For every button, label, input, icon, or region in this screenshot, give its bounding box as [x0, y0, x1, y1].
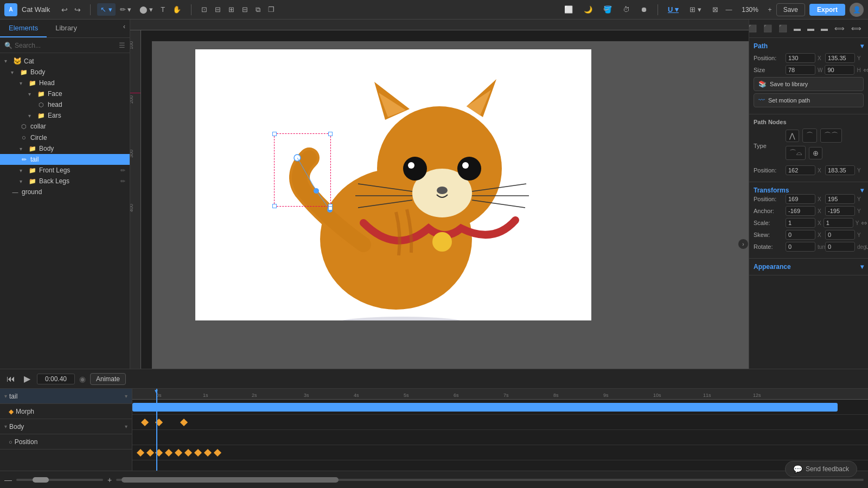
- position-x-input[interactable]: [786, 53, 815, 63]
- tree-item-tail[interactable]: ✏ tail: [0, 154, 130, 165]
- distribute-h-btn[interactable]: ⟺: [832, 23, 847, 34]
- scale-x-input[interactable]: [786, 218, 815, 228]
- link-size-button[interactable]: ⇔: [863, 66, 868, 74]
- skew-x-input[interactable]: [786, 230, 815, 240]
- pos-kf-1[interactable]: [137, 449, 144, 457]
- rotate-deg-input[interactable]: [825, 242, 855, 252]
- node-pos-x-input[interactable]: [786, 165, 815, 175]
- shape-tool[interactable]: ⬤ ▾: [136, 3, 157, 16]
- pos-kf-6[interactable]: [184, 449, 192, 457]
- fit-tool[interactable]: ⊞: [225, 3, 238, 16]
- search-input[interactable]: [15, 42, 117, 49]
- appearance-tool[interactable]: 🌙: [580, 3, 596, 16]
- node-pos-y-input[interactable]: [825, 165, 855, 175]
- aspect-tool[interactable]: ⊠: [709, 3, 722, 16]
- pos-kf-7[interactable]: [194, 449, 202, 457]
- crop-tool[interactable]: ⊟: [239, 3, 251, 16]
- redo-button[interactable]: ↪: [72, 4, 84, 16]
- export-button[interactable]: Export: [809, 4, 845, 16]
- appearance-section-title[interactable]: Appearance ▾: [754, 263, 864, 271]
- handle-bottom-right[interactable]: [328, 206, 333, 210]
- tail-animation-bar[interactable]: [132, 403, 838, 412]
- track-header-body[interactable]: ▾ Body ▾: [0, 419, 132, 434]
- collapse-panel-button[interactable]: ‹: [119, 20, 130, 37]
- pos-kf-8[interactable]: [204, 449, 212, 457]
- group-tool[interactable]: ❐: [265, 3, 278, 16]
- track-header-tail[interactable]: ▾ tail ▾: [0, 389, 132, 404]
- path-section-title[interactable]: Path ▾: [754, 42, 864, 50]
- track-sub-morph[interactable]: ◆ Morph: [0, 404, 132, 419]
- anchor-y-input[interactable]: [825, 206, 855, 216]
- pos-kf-5[interactable]: [175, 449, 182, 457]
- tree-item-ears[interactable]: ▾ 📁 Ears: [0, 110, 130, 121]
- rotate-val-input[interactable]: [786, 242, 815, 252]
- align-center-tool[interactable]: ⊟: [212, 3, 224, 16]
- rotate-reset-button[interactable]: ↺: [865, 242, 868, 251]
- tree-item-frontlegs[interactable]: ▾ 📁 Front Legs ✏: [0, 165, 130, 176]
- timeline-time-input[interactable]: [37, 374, 75, 384]
- align-right-btn[interactable]: ⬛: [776, 23, 789, 34]
- user-avatar[interactable]: 👤: [850, 3, 864, 17]
- node-type-symmetrical[interactable]: ⌒⌒: [820, 129, 842, 143]
- tree-item-face[interactable]: ▾ 📁 Face: [0, 88, 130, 99]
- body-track-expand[interactable]: ▾: [125, 423, 127, 429]
- undo-button[interactable]: ↩: [59, 4, 71, 16]
- node-split-join[interactable]: ⊕: [809, 147, 822, 159]
- morph-keyframe-add[interactable]: ◆: [9, 408, 14, 415]
- size-h-input[interactable]: [825, 65, 854, 75]
- link-scale-button[interactable]: ⇔: [861, 219, 867, 227]
- timeline-skip-start-button[interactable]: ⏮: [4, 373, 17, 385]
- size-w-input[interactable]: [786, 65, 815, 75]
- skew-y-input[interactable]: [825, 230, 855, 240]
- time-tool[interactable]: ⏱: [620, 3, 633, 16]
- extra-tool[interactable]: ⏺: [637, 3, 651, 16]
- morph-kf-3[interactable]: [180, 419, 188, 426]
- align-left-btn[interactable]: ⬛: [749, 23, 759, 34]
- send-feedback-button[interactable]: 💬 Send feedback: [785, 461, 857, 477]
- keyframe-tool[interactable]: ⬜: [561, 3, 576, 16]
- list-view-icon[interactable]: ☰: [119, 41, 125, 49]
- tab-library[interactable]: Library: [47, 20, 86, 37]
- pen-tool[interactable]: ✏ ▾: [117, 3, 135, 16]
- tab-elements[interactable]: Elements: [0, 20, 47, 37]
- path-tool[interactable]: ⧉: [252, 3, 264, 16]
- tree-item-head-shape[interactable]: ⬡ head: [0, 99, 130, 110]
- align-left-tool[interactable]: ⊡: [198, 3, 210, 16]
- tree-item-backlegs[interactable]: ▾ 📁 Back Legs ✏: [0, 176, 130, 187]
- canvas-background[interactable]: [152, 41, 749, 369]
- save-button[interactable]: Save: [776, 3, 805, 16]
- grid-tool[interactable]: ⊞ ▾: [686, 3, 705, 16]
- pos-kf-9[interactable]: [214, 449, 221, 457]
- node-type-smooth[interactable]: ⌒: [802, 129, 817, 143]
- tail-track-expand[interactable]: ▾: [125, 393, 127, 399]
- transforms-pos-y-input[interactable]: [825, 194, 855, 204]
- align-center-v-btn[interactable]: ▬: [805, 23, 816, 34]
- stamp-icon[interactable]: ◉: [79, 375, 86, 383]
- track-sub-position[interactable]: ○ Position: [0, 434, 132, 450]
- tree-item-body2[interactable]: ▾ 📁 Body: [0, 143, 130, 154]
- tree-item-head[interactable]: ▾ 📁 Head: [0, 78, 130, 88]
- backlegs-visibility-icon[interactable]: ✏: [120, 178, 125, 185]
- timeline-playhead[interactable]: [156, 389, 157, 471]
- timeline-scroll-thumb[interactable]: [122, 477, 339, 483]
- select-tool[interactable]: ↖ ▾: [97, 3, 116, 16]
- morph-kf-1[interactable]: [141, 419, 149, 426]
- anchor-x-input[interactable]: [786, 206, 815, 216]
- tree-item-body[interactable]: ▾ 📁 Body: [0, 67, 130, 78]
- set-motion-path-button[interactable]: 〰 Set motion path: [754, 93, 864, 107]
- pos-kf-2[interactable]: [146, 449, 154, 457]
- tree-item-cat[interactable]: ▾ 🐱 Cat: [0, 55, 130, 67]
- tree-item-collar[interactable]: ⬡ collar: [0, 121, 130, 132]
- tree-item-ground[interactable]: — ground: [0, 187, 130, 197]
- save-to-library-button[interactable]: 📚 Save to library: [754, 77, 864, 91]
- align-center-h-btn[interactable]: ⬛: [761, 23, 774, 34]
- animate-button[interactable]: Animate: [90, 373, 126, 385]
- hand-tool[interactable]: ✋: [169, 3, 184, 16]
- distribute-v-btn[interactable]: ⟺: [849, 23, 864, 34]
- text-tool[interactable]: T: [157, 3, 168, 16]
- node-type-corner[interactable]: ⋀: [786, 130, 799, 142]
- position-y-input[interactable]: [825, 53, 855, 63]
- scale-y-input[interactable]: [824, 218, 853, 228]
- transforms-section-title[interactable]: Transforms ▾: [754, 187, 864, 194]
- paint-tool[interactable]: 🪣: [600, 3, 615, 16]
